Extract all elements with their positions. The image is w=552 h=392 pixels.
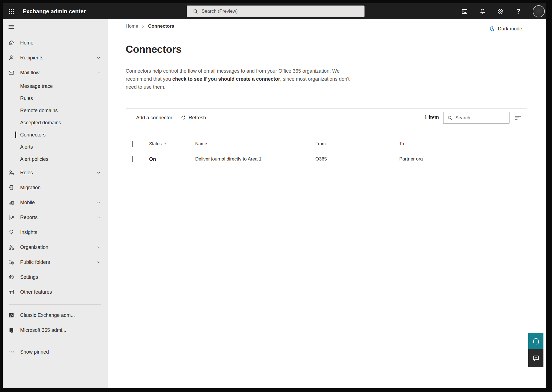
sidebar-item-home[interactable]: Home: [3, 35, 108, 50]
add-connector-button[interactable]: Add a connector: [128, 115, 172, 121]
sidebar-item-label: Classic Exchange adm...: [20, 312, 75, 318]
sidebar-item-microsoft-365-admin[interactable]: Microsoft 365 admi...: [3, 323, 108, 338]
connector-status: On: [149, 156, 156, 162]
sidebar-item-message-trace[interactable]: Message trace: [3, 80, 108, 92]
exchange-admin-window: Exchange admin center ?: [3, 3, 546, 388]
global-search-input[interactable]: [202, 9, 351, 14]
column-header-from[interactable]: From: [315, 141, 326, 146]
description-line: Connectors help control the flow of emai…: [126, 68, 340, 74]
sidebar-item-roles[interactable]: Roles: [3, 165, 108, 180]
sidebar-item-migration[interactable]: Migration: [3, 180, 108, 195]
description-emphasis: check to see if you should create a conn…: [172, 76, 280, 82]
chevron-down-icon: [96, 200, 101, 205]
chevron-down-icon: [96, 170, 101, 175]
feedback-bubble-icon: [532, 354, 540, 362]
sidebar-item-recipients[interactable]: Recipients: [3, 50, 108, 65]
account-avatar[interactable]: [533, 5, 545, 17]
select-all-checkbox[interactable]: [132, 141, 133, 147]
connector-name[interactable]: Deliver journal directly to Area 1: [195, 156, 262, 162]
sidebar-item-other-features[interactable]: Other features: [3, 285, 108, 299]
sidebar-item-label: Insights: [20, 230, 37, 235]
column-header-to[interactable]: To: [399, 141, 404, 146]
sidebar-item-remote-domains[interactable]: Remote domains: [3, 104, 108, 117]
sidebar-item-accepted-domains[interactable]: Accepted domains: [3, 117, 108, 129]
description-line: , since most organizations don't: [280, 76, 350, 82]
sidebar-divider: [9, 341, 101, 341]
sidebar-item-label: Organization: [20, 244, 48, 250]
sidebar-item-insights[interactable]: Insights: [3, 225, 108, 240]
refresh-label: Refresh: [189, 115, 206, 121]
dark-mode-toggle[interactable]: Dark mode: [489, 25, 522, 32]
sidebar-item-label: Mobile: [20, 200, 35, 206]
sidebar-item-mobile[interactable]: Mobile: [3, 195, 108, 210]
migration-icon: [8, 184, 15, 191]
page-title: Connectors: [126, 44, 182, 55]
column-header-status[interactable]: Status↑: [149, 141, 166, 146]
sidebar-item-label: Public folders: [20, 259, 50, 265]
m365-logo: [8, 327, 15, 334]
refresh-icon: [181, 115, 186, 120]
hamburger-menu-icon[interactable]: [8, 23, 15, 31]
list-search-box[interactable]: [443, 112, 509, 124]
item-count: 1 item: [424, 114, 439, 120]
help-icon[interactable]: ?: [515, 8, 522, 15]
sidebar-item-settings[interactable]: Settings: [3, 270, 108, 285]
person-icon: [8, 54, 15, 61]
global-search-box[interactable]: [187, 6, 365, 17]
chevron-down-icon: [96, 260, 101, 265]
search-icon: [193, 9, 198, 14]
sidebar-item-label: Mail flow: [20, 70, 39, 76]
moon-icon: [489, 25, 495, 32]
exchange-logo: [8, 312, 15, 319]
sidebar-item-label: Rules: [20, 96, 33, 101]
list-search-input[interactable]: [455, 115, 502, 121]
sidebar-item-label: Remote domains: [20, 108, 58, 114]
add-connector-label: Add a connector: [136, 115, 172, 121]
terminal-icon[interactable]: [461, 8, 468, 15]
gear-icon[interactable]: [497, 8, 504, 15]
sidebar-item-public-folders[interactable]: Public folders: [3, 255, 108, 270]
main-content: Home Connectors Dark mode Connectors Con…: [108, 19, 546, 388]
sidebar-item-label: Message trace: [20, 83, 53, 89]
home-icon: [8, 39, 15, 46]
table-icon: [8, 288, 15, 296]
sidebar-item-label: Reports: [20, 215, 38, 220]
sidebar-item-label: Microsoft 365 admi...: [20, 327, 66, 333]
list-toolbar: Add a connector Refresh 1 item: [126, 108, 527, 127]
chevron-up-icon: [96, 70, 101, 75]
column-header-name[interactable]: Name: [195, 141, 207, 146]
sidebar-nav: Home Recipients Mail flow Message trace …: [3, 19, 108, 388]
sidebar-item-label: Show pinned: [20, 349, 49, 355]
bell-icon[interactable]: [479, 8, 486, 15]
app-launcher-waffle-icon[interactable]: [8, 8, 15, 15]
reports-icon: [8, 214, 15, 221]
sidebar-item-label: Alerts: [20, 144, 33, 150]
topbar-actions: ?: [461, 3, 545, 19]
sidebar-item-alert-policies[interactable]: Alert policies: [3, 153, 108, 165]
table-row[interactable]: On Deliver journal directly to Area 1 O3…: [126, 151, 527, 167]
sidebar-item-rules[interactable]: Rules: [3, 92, 108, 104]
sidebar-nav-list: Home Recipients Mail flow Message trace …: [3, 35, 108, 359]
feedback-button[interactable]: [528, 349, 543, 367]
sidebar-item-show-pinned[interactable]: Show pinned: [3, 344, 108, 359]
sidebar-item-classic-exchange-admin[interactable]: Classic Exchange adm...: [3, 308, 108, 323]
breadcrumb-home-link[interactable]: Home: [126, 23, 138, 29]
mobile-icon: [8, 199, 15, 206]
sidebar-item-organization[interactable]: Organization: [3, 240, 108, 255]
search-icon: [447, 115, 453, 120]
breadcrumb-chevron-icon: [141, 24, 145, 28]
sidebar-item-mail-flow[interactable]: Mail flow: [3, 65, 108, 80]
filter-lines-icon[interactable]: [514, 114, 522, 122]
refresh-button[interactable]: Refresh: [181, 115, 206, 121]
roles-icon: [8, 169, 15, 176]
page-description: Connectors help control the flow of emai…: [126, 67, 374, 91]
row-checkbox[interactable]: [132, 156, 133, 162]
support-button[interactable]: [528, 333, 543, 349]
table-header: Status↑ Name From To: [126, 137, 527, 151]
sidebar-item-label: Connectors: [20, 132, 46, 138]
sidebar-item-connectors[interactable]: Connectors: [3, 129, 108, 141]
sidebar-item-reports[interactable]: Reports: [3, 210, 108, 225]
gear-icon: [8, 273, 15, 281]
chevron-down-icon: [96, 55, 101, 60]
sidebar-item-alerts[interactable]: Alerts: [3, 141, 108, 153]
